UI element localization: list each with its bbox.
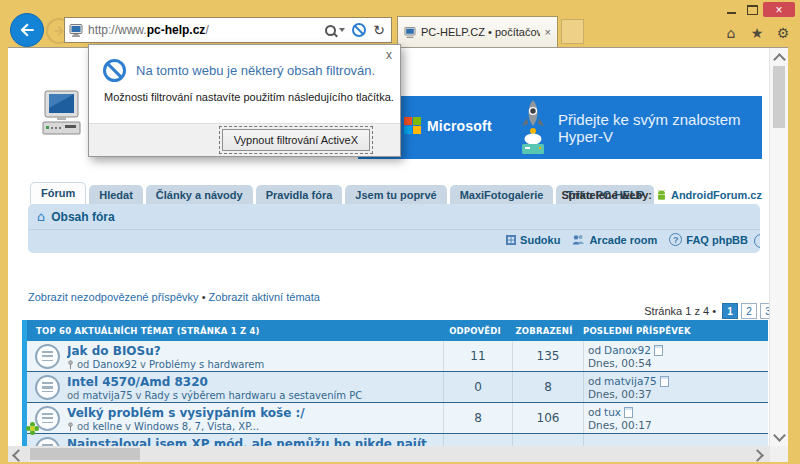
topic-title-link[interactable]: Jak do BIOSu? xyxy=(67,344,443,358)
views-count: 106 xyxy=(512,403,583,433)
chevron-down-icon xyxy=(339,28,345,32)
topic-icon xyxy=(35,406,60,431)
last-author-link[interactable]: Danox92 xyxy=(604,344,651,356)
back-button[interactable] xyxy=(10,13,44,47)
table-header: TOP 60 AKTUÁLNÍCH TÉMAT (STRÁNKA 1 Z 4) … xyxy=(27,320,768,341)
dialog-title: Na tomto webu je některý obsah filtrován… xyxy=(136,63,375,78)
friendly-site-link[interactable]: AndroidForum.cz xyxy=(671,189,762,201)
sudoku-link[interactable]: Sudoku xyxy=(506,234,560,246)
last-post-time: Dnes, 00:37 xyxy=(588,388,768,400)
page-number-button[interactable]: 1 xyxy=(722,303,738,319)
close-button[interactable]: × xyxy=(763,2,795,17)
scroll-left-icon[interactable] xyxy=(12,449,25,462)
last-author-link[interactable]: matvija75 xyxy=(604,375,657,387)
new-tab-button[interactable] xyxy=(561,19,584,44)
forum-nav-tab[interactable]: MaxiFotogalerie xyxy=(450,185,554,204)
maximize-icon xyxy=(747,5,758,15)
pc-help-logo xyxy=(38,89,86,143)
members-icon-clipped[interactable] xyxy=(754,234,760,248)
home-icon[interactable]: ⌂ xyxy=(722,24,740,42)
topics-list: Jak do BIOSu? od Danox92 v Problémy s ha… xyxy=(27,341,768,462)
horizontal-scroll-thumb[interactable] xyxy=(30,448,140,460)
forum-section-link[interactable]: Problémy s hardwarem xyxy=(149,359,264,370)
friendly-sites: Spřátelené weby: AndroidForum.cz xyxy=(561,189,762,201)
topic-status xyxy=(27,341,67,371)
unanswered-posts-link[interactable]: Zobrazit nezodpovězené příspěvky xyxy=(28,291,199,303)
column-replies: ODPOVĚDI xyxy=(441,326,509,336)
scrollbar-corner xyxy=(770,446,788,462)
goto-last-post-icon[interactable] xyxy=(624,407,633,418)
dialog-footer: Vypnout filtrování ActiveX xyxy=(89,123,400,156)
forum-home-icon[interactable]: ⌂ xyxy=(37,210,45,223)
settings-gear-icon[interactable]: ⚙ xyxy=(774,24,792,42)
replies-count: 8 xyxy=(443,403,512,433)
browser-tab[interactable]: PC-HELP.CZ • počítačové f... × xyxy=(397,16,558,47)
goto-last-post-icon[interactable] xyxy=(654,345,663,356)
search-button[interactable] xyxy=(325,25,345,36)
url-text[interactable]: http://www.pc-help.cz/ xyxy=(88,23,325,37)
forum-nav-tab[interactable]: Hledat xyxy=(89,185,143,204)
dialog-message: Možnosti filtrování nastavíte použitím n… xyxy=(89,82,400,103)
forum-nav-tab[interactable]: Fórum xyxy=(30,182,86,204)
tab-close-icon[interactable]: × xyxy=(545,26,551,38)
vertical-scroll-thumb[interactable] xyxy=(773,66,785,128)
browser-window: × http://www.pc-help.cz/ ↻ xyxy=(0,0,800,464)
scroll-right-icon[interactable] xyxy=(751,449,764,462)
last-post-cell: od matvija75 Dnes, 00:37 xyxy=(583,372,768,402)
topic-icon xyxy=(35,344,60,369)
replies-count: 11 xyxy=(443,341,512,371)
refresh-icon[interactable]: ↻ xyxy=(373,23,385,37)
last-post-time: Dnes, 00:17 xyxy=(588,419,768,431)
minimize-icon xyxy=(727,12,736,14)
ad-banner[interactable]: Microsoft Přidejte ke svým znalostem Hyp… xyxy=(358,96,762,159)
attachment-icon xyxy=(67,360,74,370)
android-icon xyxy=(656,189,667,201)
disable-activex-filtering-button[interactable]: Vypnout filtrování ActiveX xyxy=(222,129,370,151)
horizontal-scrollbar[interactable] xyxy=(8,446,770,462)
address-bar[interactable]: http://www.pc-help.cz/ ↻ xyxy=(64,17,392,43)
author-link[interactable]: kellne xyxy=(92,421,122,432)
author-link[interactable]: matvija75 xyxy=(82,390,132,401)
microsoft-squares-icon xyxy=(404,117,421,134)
table-row: Intel 4570/Amd 8320 od matvija75 v Rady … xyxy=(27,372,768,403)
active-topics-link[interactable]: Zobrazit aktivní témata xyxy=(209,291,320,303)
site-favicon xyxy=(69,24,83,37)
last-author-link[interactable]: tux xyxy=(604,406,621,418)
friendly-label: Spřátelené weby: xyxy=(561,189,651,201)
minimize-button[interactable] xyxy=(721,2,742,17)
column-topics: TOP 60 AKTUÁLNÍCH TÉMAT (STRÁNKA 1 Z 4) xyxy=(27,326,441,336)
favorites-star-icon[interactable]: ★ xyxy=(748,24,766,42)
banner-text: Přidejte ke svým znalostem Hyper-V xyxy=(558,96,762,159)
topic-title-link[interactable]: Velký problém s vysiypáním koše :/ xyxy=(67,406,443,420)
author-link[interactable]: Danox92 xyxy=(92,359,137,370)
maximize-button[interactable] xyxy=(742,2,763,17)
forum-index-link[interactable]: Obsah fóra xyxy=(51,210,114,224)
new-posts-badge-icon xyxy=(30,426,35,431)
forum-section-link[interactable]: Rady s výběrem hardwaru a sestavením PC xyxy=(145,390,363,401)
topic-filters: Zobrazit nezodpovězené příspěvky • Zobra… xyxy=(28,291,320,303)
last-post-time: Dnes, 00:54 xyxy=(588,357,768,369)
scroll-up-icon[interactable] xyxy=(773,53,786,66)
tab-title: PC-HELP.CZ • počítačové f... xyxy=(421,26,540,38)
page-number-button[interactable]: 2 xyxy=(741,303,757,319)
pagination: Stránka 1 z 4 • 1 2 3 xyxy=(644,303,776,319)
arcade-link[interactable]: Arcade room xyxy=(572,234,657,246)
topic-title-link[interactable]: Intel 4570/Amd 8320 xyxy=(67,375,443,389)
search-icon xyxy=(325,25,336,36)
activex-filter-icon[interactable] xyxy=(352,23,366,37)
tab-favicon xyxy=(404,27,416,38)
forum-nav-tab[interactable]: Články a návody xyxy=(146,185,253,204)
close-icon: × xyxy=(775,4,782,16)
question-icon: ? xyxy=(669,233,682,246)
scroll-down-icon[interactable] xyxy=(773,429,786,442)
views-count: 8 xyxy=(512,372,583,402)
goto-last-post-icon[interactable] xyxy=(660,376,669,387)
forum-nav-tab[interactable]: Jsem tu poprvé xyxy=(345,185,446,204)
forum-nav-tab[interactable]: Pravidla fóra xyxy=(256,185,343,204)
column-views: ZOBRAZENÍ xyxy=(509,326,579,336)
vertical-scrollbar[interactable] xyxy=(769,48,788,447)
faq-link[interactable]: ?FAQ phpBB xyxy=(669,233,748,246)
dialog-close-icon[interactable]: x xyxy=(386,48,392,62)
forum-section-link[interactable]: Windows 8, 7, Vista, XP... xyxy=(134,421,259,432)
last-post-cell: od Danox92 Dnes, 00:54 xyxy=(583,341,768,371)
